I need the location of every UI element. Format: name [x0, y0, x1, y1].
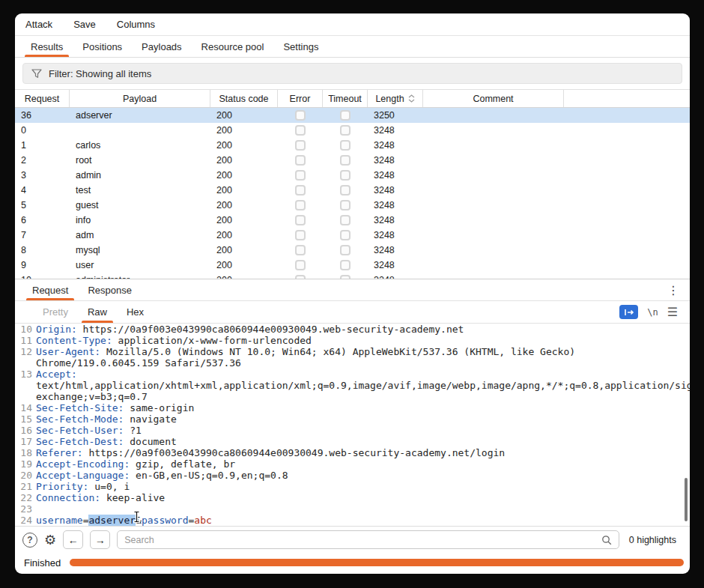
column-header-filler	[564, 90, 690, 107]
settings-gear-icon[interactable]: ⚙	[44, 533, 56, 547]
filter-funnel-icon	[31, 69, 42, 79]
cell-timeout	[323, 155, 368, 166]
search-box[interactable]	[117, 530, 619, 549]
help-icon[interactable]: ?	[22, 533, 37, 548]
more-options-icon[interactable]: ⋮	[664, 283, 682, 297]
editor-line: 22Connection: keep-alive	[15, 492, 690, 503]
editor-tabbar: PrettyRawHex \n ☰	[15, 301, 690, 324]
cell-error	[278, 155, 323, 166]
editor-line: 24username=adserver&password=abc	[15, 515, 690, 526]
code-segment: Origin:	[36, 324, 77, 335]
table-row[interactable]: 1carlos2003248	[15, 138, 690, 153]
wrap-toggle-icon[interactable]	[619, 305, 638, 319]
timeout-checkbox	[340, 230, 351, 240]
code-segment: Accept-Encoding:	[36, 458, 130, 470]
timeout-checkbox	[340, 110, 351, 121]
cell-payload: mysql	[70, 245, 210, 255]
code-segment: Sec-Fetch-Dest:	[36, 436, 124, 447]
tab-settings[interactable]: Settings	[273, 36, 328, 57]
code-segment: Mozilla/5.0 (Windows NT 10.0; Win64; x64…	[36, 346, 581, 369]
cell-timeout	[323, 230, 368, 240]
editor-tab-hex[interactable]: Hex	[117, 301, 154, 323]
table-row[interactable]: 7adm2003248	[15, 228, 690, 243]
cell-error	[278, 200, 323, 210]
editor-tab-pretty[interactable]: Pretty	[33, 301, 78, 323]
editor-tab-raw[interactable]: Raw	[78, 301, 117, 323]
cell-timeout	[323, 185, 368, 196]
error-checkbox	[295, 110, 306, 121]
column-header-label: Length	[375, 94, 404, 104]
editor-line: 20Accept-Language: en-GB,en-US;q=0.9,en;…	[15, 470, 690, 481]
table-row[interactable]: 10administrator2003248	[15, 273, 690, 279]
filter-bar[interactable]: Filter: Showing all items	[22, 63, 682, 84]
message-tab-request[interactable]: Request	[22, 279, 78, 300]
search-prev-button[interactable]: ←	[63, 530, 83, 549]
column-header-request[interactable]: Request	[15, 90, 70, 107]
newline-toggle-icon[interactable]: \n	[647, 307, 658, 318]
error-checkbox	[295, 125, 306, 136]
search-next-button[interactable]: →	[90, 530, 110, 549]
code-segment: Sec-Fetch-Site:	[36, 402, 124, 413]
tab-results[interactable]: Results	[21, 36, 73, 57]
code-segment: keep-alive	[100, 492, 165, 503]
column-header-error[interactable]: Error	[278, 90, 323, 107]
table-row[interactable]: 8mysql2003248	[15, 243, 690, 258]
table-row[interactable]: 6info2003248	[15, 213, 690, 228]
table-row[interactable]: 9user2003248	[15, 258, 690, 273]
tab-resource-pool[interactable]: Resource pool	[192, 36, 274, 57]
code-segment: Priority:	[36, 481, 88, 492]
cell-status_code: 200	[210, 155, 278, 166]
menu-item-columns[interactable]: Columns	[115, 17, 157, 31]
cell-error	[278, 260, 323, 270]
cell-request: 9	[15, 260, 70, 270]
cell-payload: adserver	[70, 110, 210, 121]
code-segment: password	[142, 515, 189, 526]
editor-menu-icon[interactable]: ☰	[667, 306, 678, 318]
table-row[interactable]: 2root2003248	[15, 153, 690, 168]
cell-timeout	[323, 170, 368, 181]
code-segment: navigate	[124, 413, 176, 425]
selected-text: adserver	[88, 515, 136, 526]
cell-request: 8	[15, 245, 70, 255]
code-segment: same-origin	[124, 402, 194, 413]
error-checkbox	[295, 185, 306, 196]
code-segment: Referer:	[36, 447, 83, 458]
column-header-length[interactable]: Length	[368, 90, 423, 107]
cell-error	[278, 185, 323, 196]
cell-length: 3248	[368, 215, 423, 225]
editor-line: 11Content-Type: application/x-www-form-u…	[15, 335, 690, 346]
column-header-status-code[interactable]: Status code	[210, 90, 278, 107]
error-checkbox	[295, 230, 306, 240]
cell-status_code: 200	[210, 170, 278, 181]
line-content: Sec-Fetch-Site: same-origin	[36, 402, 690, 413]
table-row[interactable]: 02003248	[15, 123, 690, 138]
cell-length: 3248	[368, 140, 423, 151]
editor-tabs: PrettyRawHex	[33, 301, 154, 323]
editor-scrollbar-thumb[interactable]	[685, 478, 688, 521]
menu-item-attack[interactable]: Attack	[24, 17, 54, 31]
cell-payload: root	[70, 155, 210, 166]
cell-status_code: 200	[210, 230, 278, 240]
tab-payloads[interactable]: Payloads	[132, 36, 191, 57]
status-bar: Finished	[15, 553, 690, 574]
request-editor[interactable]: 10Origin: https://0a9f003e043990ca806094…	[15, 324, 690, 526]
column-header-comment[interactable]: Comment	[423, 90, 564, 107]
menu-item-save[interactable]: Save	[72, 17, 97, 31]
table-row[interactable]: 5guest2003248	[15, 198, 690, 213]
code-segment: Sec-Fetch-Mode:	[36, 413, 124, 425]
table-row[interactable]: 36adserver2003250	[15, 108, 690, 123]
table-row[interactable]: 4test2003248	[15, 183, 690, 198]
search-input[interactable]	[124, 535, 601, 545]
timeout-checkbox	[340, 260, 351, 270]
line-number: 20	[15, 470, 36, 481]
message-tab-response[interactable]: Response	[78, 279, 142, 300]
filter-bar-wrap: Filter: Showing all items	[15, 58, 690, 90]
table-row[interactable]: 3admin2003248	[15, 168, 690, 183]
column-header-timeout[interactable]: Timeout	[323, 90, 368, 107]
cell-request: 5	[15, 200, 70, 210]
column-header-payload[interactable]: Payload	[70, 90, 210, 107]
message-tabs: RequestResponse	[22, 279, 142, 300]
cell-timeout	[323, 125, 368, 136]
tab-positions[interactable]: Positions	[73, 36, 132, 57]
code-segment: u=0, i	[88, 481, 130, 492]
